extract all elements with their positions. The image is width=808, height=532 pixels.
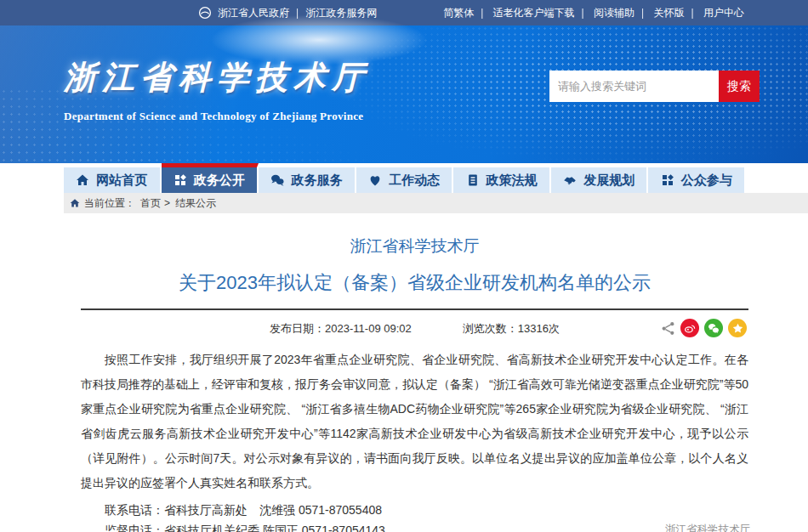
handshake-icon [563, 173, 577, 187]
nav-item-work-news[interactable]: 工作动态 [356, 167, 454, 193]
nav-item-label: 公众参与 [681, 173, 732, 189]
nav-item-label: 政策法规 [487, 173, 538, 189]
article-title-org: 浙江省科学技术厅 [81, 235, 748, 258]
contact-phone: 联系电话：省科技厅高新处 沈维强 0571-87055408 [81, 500, 748, 520]
nav-item-public-participation[interactable]: 公众参与 [648, 167, 744, 193]
view-count-value: 13316次 [518, 322, 560, 335]
chat-bubbles-icon [270, 173, 284, 187]
publish-date-label: 发布日期： [270, 322, 325, 335]
share-icon[interactable] [661, 321, 675, 336]
topbar-link-elderly-client-download[interactable]: 适老化客户端下载 [493, 7, 591, 19]
disclosure-seal-icon [174, 173, 187, 187]
nav-item-gov-disclosure[interactable]: 政务公开 [162, 163, 259, 193]
site-brand: 浙江省科学技术厅 Department of Science and Techn… [64, 56, 370, 123]
article-meta: 发布日期：2023-11-09 09:02 浏览次数：13316次 [81, 318, 748, 340]
nav-item-policies[interactable]: 政策法规 [453, 167, 551, 193]
page: 浙江省人民政府 浙江政务服务网 简繁体 适老化客户端下载 阅读辅助 关怀版 用户… [0, 0, 808, 532]
weibo-share-icon[interactable] [680, 319, 699, 337]
topbar-link-simplified-traditional[interactable]: 简繁体 [443, 7, 490, 19]
publish-date: 发布日期：2023-11-09 09:02 [270, 321, 412, 337]
breadcrumb-home-link[interactable]: 首页 [140, 196, 161, 211]
home-icon [76, 173, 89, 187]
site-logo-subtitle-en: Department of Science and Technology of … [64, 110, 370, 123]
publish-date-value: 2023-11-09 09:02 [325, 322, 412, 335]
nav-item-home[interactable]: 网站首页 [64, 167, 162, 193]
qzone-share-icon[interactable] [728, 319, 747, 337]
breadcrumb-current: 结果公示 [175, 196, 216, 211]
contact-info: 联系电话：省科技厅高新处 沈维强 0571-87055408 监督电话：省科技厅… [81, 500, 748, 532]
supervision-phone: 监督电话：省科技厅机关纪委 陈国正 0571-87054143 [81, 520, 748, 532]
article-title-main: 关于2023年拟认定（备案）省级企业研发机构名单的公示 [81, 270, 748, 296]
main-nav-bar: 网站首页 政务公开 政务服务 工作动态 [0, 163, 808, 193]
site-banner: 浙江省科学技术厅 Department of Science and Techn… [0, 25, 808, 163]
breadcrumb-home-icon [70, 198, 80, 208]
topbar-link-user-center[interactable]: 用户中心 [703, 7, 744, 19]
nav-item-label: 发展规划 [583, 173, 634, 189]
document-icon [466, 173, 480, 187]
nav-item-label: 政务服务 [291, 173, 342, 189]
participation-seal-icon [661, 173, 674, 187]
topbar-link-care-version[interactable]: 关怀版 [654, 7, 701, 19]
breadcrumb-separator: > [164, 197, 170, 209]
search-input[interactable] [549, 71, 719, 102]
breadcrumb: 当前位置： 首页 > 结果公示 [64, 193, 808, 213]
nav-item-development-planning[interactable]: 发展规划 [551, 167, 649, 193]
share-bar [661, 319, 747, 337]
breadcrumb-label: 当前位置： [84, 196, 135, 211]
site-search: 搜索 [549, 71, 760, 102]
wechat-share-icon[interactable] [704, 319, 723, 337]
article: 浙江省科学技术厅 关于2023年拟认定（备案）省级企业研发机构名单的公示 发布日… [81, 235, 748, 532]
topbar-right-links: 简繁体 适老化客户端下载 阅读辅助 关怀版 用户中心 [443, 6, 744, 20]
view-count-label: 浏览次数： [463, 322, 518, 335]
nav-item-label: 网站首页 [96, 173, 147, 189]
nav-item-label: 政务公开 [194, 173, 245, 189]
nav-item-gov-services[interactable]: 政务服务 [259, 167, 356, 193]
footer-org-name: 浙江省科学技术厅 [665, 523, 750, 532]
view-count: 浏览次数：13316次 [463, 321, 560, 337]
title-divider [81, 308, 748, 310]
topbar-link-reading-aid[interactable]: 阅读辅助 [594, 7, 651, 19]
search-button[interactable]: 搜索 [719, 71, 760, 102]
heart-icon [368, 173, 382, 187]
nav-item-label: 工作动态 [389, 173, 440, 189]
site-logo-title: 浙江省科学技术厅 [64, 56, 370, 99]
article-body: 按照工作安排，我厅组织开展了2023年省重点企业研究院、省企业研究院、省高新技术… [81, 348, 748, 495]
